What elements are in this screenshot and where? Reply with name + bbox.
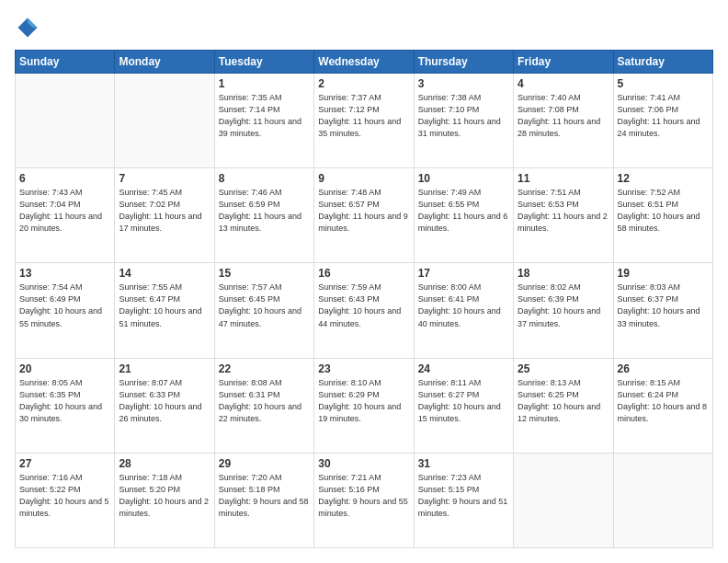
day-number: 31 bbox=[418, 457, 509, 470]
calendar-cell: 3Sunrise: 7:38 AM Sunset: 7:10 PM Daylig… bbox=[414, 74, 513, 168]
day-header-friday: Friday bbox=[514, 51, 613, 74]
calendar-cell: 17Sunrise: 8:00 AM Sunset: 6:41 PM Dayli… bbox=[414, 263, 513, 358]
day-header-saturday: Saturday bbox=[613, 51, 712, 74]
day-number: 11 bbox=[518, 172, 609, 185]
week-row-1: 1Sunrise: 7:35 AM Sunset: 7:14 PM Daylig… bbox=[16, 74, 713, 168]
day-number: 25 bbox=[518, 362, 609, 375]
calendar-cell bbox=[613, 453, 712, 547]
day-number: 7 bbox=[119, 172, 210, 185]
calendar-cell: 28Sunrise: 7:18 AM Sunset: 5:20 PM Dayli… bbox=[115, 453, 214, 547]
day-info: Sunrise: 7:43 AM Sunset: 7:04 PM Dayligh… bbox=[19, 187, 110, 235]
day-number: 22 bbox=[219, 362, 310, 375]
day-info: Sunrise: 7:54 AM Sunset: 6:49 PM Dayligh… bbox=[19, 282, 110, 329]
calendar-cell: 12Sunrise: 7:52 AM Sunset: 6:51 PM Dayli… bbox=[613, 168, 712, 263]
calendar-cell: 11Sunrise: 7:51 AM Sunset: 6:53 PM Dayli… bbox=[514, 168, 613, 263]
calendar-cell: 23Sunrise: 8:10 AM Sunset: 6:29 PM Dayli… bbox=[314, 358, 414, 453]
day-number: 5 bbox=[618, 77, 709, 90]
day-number: 18 bbox=[518, 267, 609, 280]
day-info: Sunrise: 8:02 AM Sunset: 6:39 PM Dayligh… bbox=[518, 282, 609, 329]
calendar-cell: 9Sunrise: 7:48 AM Sunset: 6:57 PM Daylig… bbox=[314, 168, 414, 263]
day-number: 15 bbox=[219, 267, 310, 280]
week-row-5: 27Sunrise: 7:16 AM Sunset: 5:22 PM Dayli… bbox=[16, 453, 713, 547]
day-info: Sunrise: 8:10 AM Sunset: 6:29 PM Dayligh… bbox=[318, 377, 409, 425]
day-number: 10 bbox=[418, 172, 509, 185]
day-number: 27 bbox=[19, 457, 110, 470]
day-number: 29 bbox=[219, 457, 310, 470]
day-info: Sunrise: 7:46 AM Sunset: 6:59 PM Dayligh… bbox=[219, 187, 310, 235]
day-info: Sunrise: 7:51 AM Sunset: 6:53 PM Dayligh… bbox=[518, 187, 609, 235]
logo bbox=[15, 15, 44, 40]
calendar-cell: 21Sunrise: 8:07 AM Sunset: 6:33 PM Dayli… bbox=[115, 358, 214, 453]
day-number: 28 bbox=[119, 457, 210, 470]
calendar-cell: 1Sunrise: 7:35 AM Sunset: 7:14 PM Daylig… bbox=[214, 74, 313, 168]
day-number: 16 bbox=[318, 267, 409, 280]
day-number: 21 bbox=[119, 362, 210, 375]
day-info: Sunrise: 7:18 AM Sunset: 5:20 PM Dayligh… bbox=[119, 472, 210, 520]
day-info: Sunrise: 8:07 AM Sunset: 6:33 PM Dayligh… bbox=[119, 377, 210, 425]
day-info: Sunrise: 7:45 AM Sunset: 7:02 PM Dayligh… bbox=[119, 187, 210, 235]
day-number: 4 bbox=[518, 77, 609, 90]
calendar-cell: 25Sunrise: 8:13 AM Sunset: 6:25 PM Dayli… bbox=[514, 358, 613, 453]
calendar-cell: 30Sunrise: 7:21 AM Sunset: 5:16 PM Dayli… bbox=[314, 453, 414, 547]
calendar-cell: 18Sunrise: 8:02 AM Sunset: 6:39 PM Dayli… bbox=[514, 263, 613, 358]
day-info: Sunrise: 7:41 AM Sunset: 7:06 PM Dayligh… bbox=[618, 92, 709, 140]
day-number: 8 bbox=[219, 172, 310, 185]
day-info: Sunrise: 7:23 AM Sunset: 5:15 PM Dayligh… bbox=[418, 472, 509, 520]
day-number: 19 bbox=[618, 267, 709, 280]
calendar-cell: 10Sunrise: 7:49 AM Sunset: 6:55 PM Dayli… bbox=[414, 168, 513, 263]
day-info: Sunrise: 7:20 AM Sunset: 5:18 PM Dayligh… bbox=[219, 472, 310, 520]
day-info: Sunrise: 7:35 AM Sunset: 7:14 PM Dayligh… bbox=[219, 92, 310, 140]
day-number: 13 bbox=[19, 267, 110, 280]
calendar-cell: 14Sunrise: 7:55 AM Sunset: 6:47 PM Dayli… bbox=[115, 263, 214, 358]
calendar-cell: 13Sunrise: 7:54 AM Sunset: 6:49 PM Dayli… bbox=[16, 263, 115, 358]
day-number: 2 bbox=[318, 77, 409, 90]
calendar-cell: 5Sunrise: 7:41 AM Sunset: 7:06 PM Daylig… bbox=[613, 74, 712, 168]
calendar-cell: 6Sunrise: 7:43 AM Sunset: 7:04 PM Daylig… bbox=[16, 168, 115, 263]
day-header-sunday: Sunday bbox=[16, 51, 115, 74]
calendar-cell: 16Sunrise: 7:59 AM Sunset: 6:43 PM Dayli… bbox=[314, 263, 414, 358]
week-row-4: 20Sunrise: 8:05 AM Sunset: 6:35 PM Dayli… bbox=[16, 358, 713, 453]
calendar-cell bbox=[115, 74, 214, 168]
day-info: Sunrise: 7:57 AM Sunset: 6:45 PM Dayligh… bbox=[219, 282, 310, 329]
calendar-cell: 31Sunrise: 7:23 AM Sunset: 5:15 PM Dayli… bbox=[414, 453, 513, 547]
calendar-cell: 8Sunrise: 7:46 AM Sunset: 6:59 PM Daylig… bbox=[214, 168, 313, 263]
calendar-cell: 2Sunrise: 7:37 AM Sunset: 7:12 PM Daylig… bbox=[314, 74, 414, 168]
page: SundayMondayTuesdayWednesdayThursdayFrid… bbox=[0, 0, 728, 563]
calendar-cell: 29Sunrise: 7:20 AM Sunset: 5:18 PM Dayli… bbox=[214, 453, 313, 547]
calendar-cell: 24Sunrise: 8:11 AM Sunset: 6:27 PM Dayli… bbox=[414, 358, 513, 453]
day-number: 9 bbox=[318, 172, 409, 185]
calendar-cell: 27Sunrise: 7:16 AM Sunset: 5:22 PM Dayli… bbox=[16, 453, 115, 547]
calendar-cell bbox=[16, 74, 115, 168]
day-info: Sunrise: 8:05 AM Sunset: 6:35 PM Dayligh… bbox=[19, 377, 110, 425]
calendar-cell: 26Sunrise: 8:15 AM Sunset: 6:24 PM Dayli… bbox=[613, 358, 712, 453]
day-info: Sunrise: 8:00 AM Sunset: 6:41 PM Dayligh… bbox=[418, 282, 509, 329]
day-number: 30 bbox=[318, 457, 409, 470]
day-header-monday: Monday bbox=[115, 51, 214, 74]
day-number: 1 bbox=[219, 77, 310, 90]
day-header-tuesday: Tuesday bbox=[214, 51, 313, 74]
calendar-table: SundayMondayTuesdayWednesdayThursdayFrid… bbox=[15, 50, 713, 548]
header bbox=[15, 15, 713, 40]
day-header-thursday: Thursday bbox=[414, 51, 513, 74]
header-row: SundayMondayTuesdayWednesdayThursdayFrid… bbox=[16, 51, 713, 74]
week-row-2: 6Sunrise: 7:43 AM Sunset: 7:04 PM Daylig… bbox=[16, 168, 713, 263]
day-info: Sunrise: 7:52 AM Sunset: 6:51 PM Dayligh… bbox=[618, 187, 709, 235]
calendar-cell: 20Sunrise: 8:05 AM Sunset: 6:35 PM Dayli… bbox=[16, 358, 115, 453]
calendar-body: 1Sunrise: 7:35 AM Sunset: 7:14 PM Daylig… bbox=[16, 74, 713, 548]
day-info: Sunrise: 7:59 AM Sunset: 6:43 PM Dayligh… bbox=[318, 282, 409, 329]
day-info: Sunrise: 7:49 AM Sunset: 6:55 PM Dayligh… bbox=[418, 187, 509, 235]
calendar-header: SundayMondayTuesdayWednesdayThursdayFrid… bbox=[16, 51, 713, 74]
day-number: 14 bbox=[119, 267, 210, 280]
day-info: Sunrise: 7:37 AM Sunset: 7:12 PM Dayligh… bbox=[318, 92, 409, 140]
week-row-3: 13Sunrise: 7:54 AM Sunset: 6:49 PM Dayli… bbox=[16, 263, 713, 358]
calendar-cell bbox=[514, 453, 613, 547]
day-number: 26 bbox=[618, 362, 709, 375]
day-header-wednesday: Wednesday bbox=[314, 51, 414, 74]
calendar-cell: 22Sunrise: 8:08 AM Sunset: 6:31 PM Dayli… bbox=[214, 358, 313, 453]
day-number: 23 bbox=[318, 362, 409, 375]
day-info: Sunrise: 8:13 AM Sunset: 6:25 PM Dayligh… bbox=[518, 377, 609, 425]
day-info: Sunrise: 7:48 AM Sunset: 6:57 PM Dayligh… bbox=[318, 187, 409, 235]
day-info: Sunrise: 8:15 AM Sunset: 6:24 PM Dayligh… bbox=[618, 377, 709, 425]
calendar-cell: 15Sunrise: 7:57 AM Sunset: 6:45 PM Dayli… bbox=[214, 263, 313, 358]
day-number: 6 bbox=[19, 172, 110, 185]
